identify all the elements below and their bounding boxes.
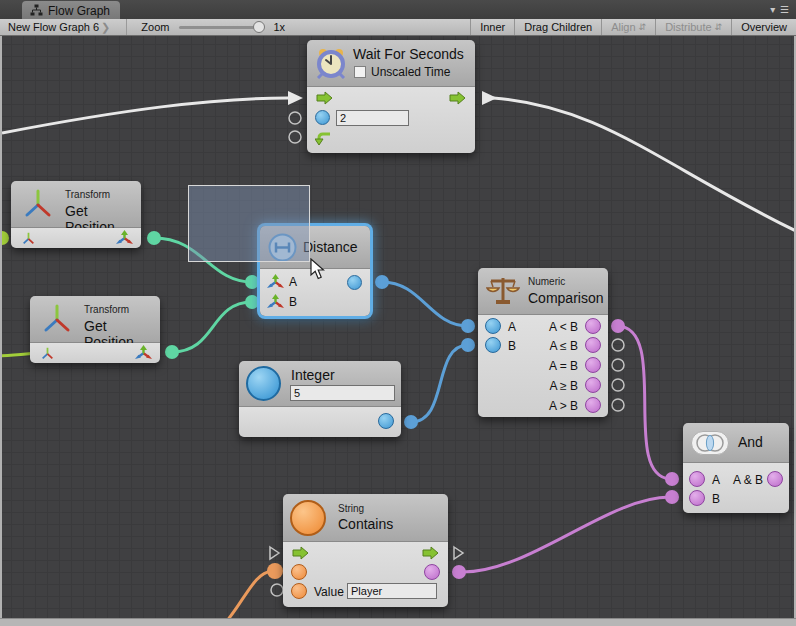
wire-distance-to-comparison-a[interactable] — [382, 282, 468, 326]
wire-dot — [665, 490, 679, 504]
string-target-input-port[interactable] — [291, 564, 307, 580]
node-title: Distance — [303, 239, 357, 255]
wire-contains-to-and-b[interactable] — [459, 497, 670, 572]
tab-flow-graph[interactable]: Flow Graph — [22, 1, 120, 19]
comparison-lt-port[interactable] — [585, 318, 601, 334]
node-title: And — [738, 434, 763, 450]
comparison-gt-port[interactable] — [585, 397, 601, 413]
unconnected-port-marker[interactable] — [271, 584, 283, 596]
wire-getposition2-to-distance-b[interactable] — [172, 302, 252, 352]
wire-string-in[interactable] — [226, 571, 272, 618]
comparison-ge-port[interactable] — [585, 377, 601, 393]
distance-output-port[interactable] — [347, 275, 362, 290]
flow-output-port[interactable] — [449, 91, 466, 105]
and-input-b-port[interactable] — [689, 490, 705, 506]
selection-marquee — [188, 185, 310, 262]
integer-output-port[interactable] — [378, 413, 394, 429]
vector3-output-port[interactable] — [116, 230, 133, 247]
node-category: String — [338, 503, 364, 514]
and-input-a-port[interactable] — [689, 471, 705, 487]
unconnected-port-marker[interactable] — [612, 339, 624, 351]
node-category: Transform — [65, 189, 110, 200]
wire-flow-in[interactable] — [2, 98, 288, 133]
tab-strip: Flow Graph ▾ ☰ — [0, 0, 796, 19]
port-label-a: A — [289, 275, 297, 289]
wire-flow-in-arrowhead — [288, 91, 303, 105]
port-label-a: A — [508, 320, 516, 334]
node-integer[interactable]: Integer — [239, 361, 401, 437]
vector3-input-port[interactable] — [267, 274, 284, 291]
vector3-output-port[interactable] — [135, 345, 152, 362]
node-title: Wait For Seconds — [353, 46, 464, 62]
transform-input-port[interactable] — [21, 231, 36, 246]
comparison-eq-port[interactable] — [585, 357, 601, 373]
unconnected-port-marker[interactable] — [289, 131, 301, 143]
node-string-contains[interactable]: String Contains Value — [283, 494, 448, 607]
unconnected-port-marker[interactable] — [612, 359, 624, 371]
comparison-input-a-port[interactable] — [485, 318, 501, 334]
clock-icon — [315, 47, 347, 79]
graph-toolbar: New Flow Graph 6 ❯ Zoom 1x Inner Drag Ch… — [0, 19, 796, 36]
overview-button[interactable]: Overview — [731, 19, 796, 35]
zoom-slider[interactable] — [179, 26, 263, 29]
and-output-port[interactable] — [767, 471, 783, 487]
node-numeric-comparison[interactable]: Numeric Comparison A B A < B A ≤ B A = B… — [478, 268, 608, 417]
seconds-input-port[interactable] — [315, 110, 330, 125]
output-label-lt: A < B — [549, 320, 578, 334]
node-title: Contains — [338, 516, 393, 532]
unconnected-port-marker[interactable] — [612, 399, 624, 411]
vector3-input-port[interactable] — [267, 294, 284, 311]
node-get-position-2[interactable]: Transform Get Position — [30, 296, 160, 363]
flow-input-port[interactable] — [316, 91, 333, 105]
wire-flow-out[interactable] — [493, 98, 796, 232]
contains-result-port[interactable] — [424, 564, 440, 580]
wire-dot — [375, 275, 389, 289]
unscaled-time-checkbox[interactable] — [354, 66, 366, 78]
unconnected-flow-marker[interactable] — [270, 547, 279, 559]
port-label-a: A — [712, 473, 720, 487]
wire-dot — [461, 338, 475, 352]
breadcrumb-chevron-icon: ❯ — [99, 21, 116, 34]
port-label-b: B — [712, 492, 720, 506]
value-field[interactable] — [347, 583, 437, 599]
wire-dot — [267, 563, 283, 579]
unconnected-port-marker[interactable] — [289, 112, 301, 124]
inner-button[interactable]: Inner — [470, 19, 514, 35]
seconds-field[interactable] — [336, 110, 409, 126]
node-get-position-1[interactable]: Transform Get Position — [11, 181, 141, 248]
node-wait-for-seconds[interactable]: Wait For Seconds Unscaled Time — [307, 40, 475, 153]
unconnected-port-marker[interactable] — [612, 379, 624, 391]
string-icon — [290, 500, 326, 536]
align-button[interactable]: Align ⇵ — [601, 19, 655, 35]
wire-dot — [452, 565, 466, 579]
flow-input-port[interactable] — [292, 546, 309, 560]
value-input-port[interactable] — [291, 583, 307, 599]
transform-icon — [40, 302, 74, 336]
comparison-input-b-port[interactable] — [485, 337, 501, 353]
integer-icon — [246, 366, 281, 401]
wire-comparison-to-and-a[interactable] — [618, 326, 670, 479]
zoom-slider-handle[interactable] — [253, 21, 265, 33]
panel-menu-icon[interactable]: ▾ ☰ — [770, 4, 790, 15]
value-label: Value — [314, 585, 344, 599]
wire-dot — [245, 295, 259, 309]
flow-output-port[interactable] — [422, 546, 439, 560]
breadcrumb[interactable]: New Flow Graph 6 ❯ — [0, 19, 127, 35]
output-label-gt: A > B — [549, 399, 578, 413]
loop-port-icon[interactable] — [315, 130, 332, 146]
wire-integer-to-comparison-b[interactable] — [411, 345, 468, 422]
node-category: Transform — [84, 304, 129, 315]
unconnected-flow-marker[interactable] — [454, 547, 463, 559]
transform-input-port[interactable] — [40, 346, 55, 361]
distribute-button[interactable]: Distribute ⇵ — [655, 19, 731, 35]
wire-dot — [404, 415, 418, 429]
tab-title: Flow Graph — [48, 4, 110, 18]
integer-field[interactable] — [290, 385, 395, 401]
align-dropdown-icon: ⇵ — [639, 22, 647, 32]
comparison-le-port[interactable] — [585, 337, 601, 353]
drag-children-button[interactable]: Drag Children — [514, 19, 601, 35]
zoom-value: 1x — [273, 21, 285, 33]
transform-icon — [21, 187, 55, 221]
node-and[interactable]: And A B A & B — [683, 423, 789, 513]
flow-graph-icon — [30, 4, 43, 17]
